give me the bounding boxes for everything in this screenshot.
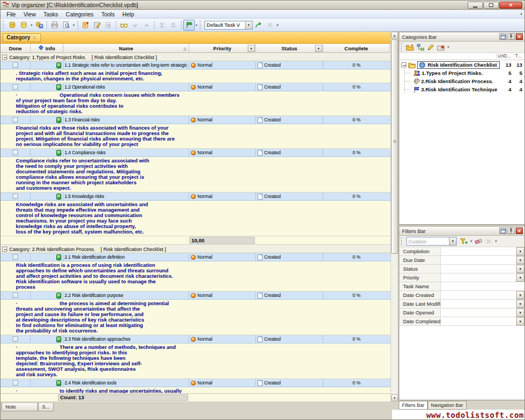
task-view-overflow-icon[interactable]: ▾ xyxy=(276,23,279,27)
toolbar-grip[interactable] xyxy=(3,21,4,29)
open-database-button[interactable] xyxy=(18,20,30,31)
filter-preset-dropdown-icon[interactable]: ▼ xyxy=(449,237,456,245)
edit-category-button[interactable] xyxy=(425,42,436,52)
group-chip-category[interactable]: Category △ xyxy=(3,33,41,42)
categories-toolbar-overflow-icon[interactable]: ▾ xyxy=(446,45,450,49)
print-preview-button[interactable] xyxy=(60,20,72,31)
new-database-button[interactable] xyxy=(7,20,18,31)
done-checkbox[interactable] xyxy=(13,380,18,386)
filter-value-priority[interactable]: ▼ xyxy=(441,273,524,282)
scrollbar-thumb[interactable] xyxy=(391,39,398,254)
group-by-bar[interactable]: Category △ xyxy=(1,32,390,44)
apply-filter-dropdown-icon[interactable]: ▾ xyxy=(469,239,473,243)
category-tree-item[interactable]: 2.Risk Identification Process.44 xyxy=(399,77,524,85)
filters-bar-close-icon[interactable]: ✕ xyxy=(516,228,523,234)
category-tree-item[interactable]: 3.Risk Identification Technique44 xyxy=(399,85,524,94)
filters-toolbar-grip[interactable] xyxy=(401,237,402,246)
new-category-button[interactable] xyxy=(405,42,415,52)
task-row[interactable]: 1.3 Financial risksNormalCreated0 % xyxy=(1,116,390,124)
apply-filter-button[interactable] xyxy=(459,236,469,246)
move-down-button[interactable] xyxy=(130,20,141,31)
status-filter-dropdown-icon[interactable]: ▼ xyxy=(315,45,322,52)
done-checkbox[interactable] xyxy=(13,293,18,298)
filter-value-date-created[interactable]: ▼ xyxy=(441,291,524,299)
show-notes-toggle-dropdown-icon[interactable]: ▾ xyxy=(195,23,199,27)
done-checkbox[interactable] xyxy=(13,194,18,199)
done-checkbox[interactable] xyxy=(13,84,18,90)
tab-filters-bar[interactable]: Filters Bar xyxy=(399,401,428,410)
menu-file[interactable]: File xyxy=(3,10,20,18)
view-notes-button[interactable] xyxy=(118,20,130,31)
category-tree-item[interactable]: Risk Identification Checklist1313 xyxy=(399,61,524,69)
column-header-done[interactable]: Done xyxy=(1,44,31,53)
task-row[interactable]: 1.5 Knowledge risksNormalCreated0 % xyxy=(1,192,390,201)
print-button[interactable] xyxy=(49,20,60,31)
filters-bar-float-icon[interactable] xyxy=(499,228,506,234)
done-checkbox[interactable] xyxy=(13,150,18,155)
apply-task-view-button[interactable] xyxy=(253,20,264,31)
move-to-bottom-button[interactable] xyxy=(156,20,168,31)
minimize-button[interactable] xyxy=(468,2,483,9)
move-up-button[interactable] xyxy=(141,20,153,31)
categories-bar-close-icon[interactable]: ✕ xyxy=(516,33,523,40)
delete-task-button[interactable] xyxy=(103,20,114,31)
filter-value-date-opened[interactable]: ▼ xyxy=(441,308,524,317)
category-row[interactable]: Category: 2.Risk Identification Process.… xyxy=(1,245,390,253)
remove-filter-button[interactable] xyxy=(483,236,494,246)
task-row[interactable]: 2.1 Risk identification definitionNormal… xyxy=(1,253,390,261)
filter-value-task-name[interactable] xyxy=(441,282,524,290)
save-database-button[interactable] xyxy=(33,20,45,31)
categories-bar-header[interactable]: Categories Bar ✕ xyxy=(399,32,524,42)
filter-value-due-date[interactable]: ▼ xyxy=(441,256,524,264)
maximize-button[interactable] xyxy=(483,2,499,9)
tab-shortcut[interactable]: S... xyxy=(38,402,54,411)
done-checkbox[interactable] xyxy=(13,117,18,122)
categories-bar-pin-icon[interactable] xyxy=(508,33,515,40)
filter-dropdown-icon[interactable]: ▼ xyxy=(516,291,524,299)
filter-dropdown-icon[interactable]: ▼ xyxy=(516,273,524,282)
filter-dropdown-icon[interactable]: ▼ xyxy=(516,300,524,308)
task-row[interactable]: 2.4 Risk identification toolsNormalCreat… xyxy=(1,379,390,387)
task-row[interactable]: 2.2 Risk identification purposeNormalCre… xyxy=(1,291,390,300)
column-header-name[interactable]: Name△ xyxy=(63,44,189,53)
category-row[interactable]: Category: 1.Types of Project Risks. [ Ri… xyxy=(1,53,390,61)
category-tree-item[interactable]: 1.Types of Project Risks.55 xyxy=(399,69,524,77)
tab-navigation-bar[interactable]: Navigation Bar xyxy=(428,401,466,410)
scroll-up-icon[interactable]: ▲ xyxy=(391,32,398,39)
show-notes-toggle-button[interactable] xyxy=(183,20,195,31)
categories-bar-float-icon[interactable] xyxy=(499,33,506,40)
new-task-button[interactable] xyxy=(80,20,91,31)
done-checkbox[interactable] xyxy=(13,254,18,260)
edit-task-button[interactable] xyxy=(91,20,103,31)
task-row[interactable]: 1.2 Operational risksNormalCreated0 % xyxy=(1,83,390,91)
task-view-combo[interactable]: Default Task V ▼ xyxy=(205,21,253,30)
filters-bar-header[interactable]: Filters Bar ✕ xyxy=(399,226,524,236)
filter-preset-combo[interactable]: Custom ▼ xyxy=(406,237,457,246)
tab-note[interactable]: Note xyxy=(2,402,38,411)
filter-dropdown-icon[interactable]: ▼ xyxy=(516,308,524,317)
menu-overflow-icon[interactable]: ▾ xyxy=(520,12,524,16)
tree-collapse-icon[interactable] xyxy=(401,62,406,67)
menu-tasks[interactable]: Tasks xyxy=(40,10,62,18)
collapse-icon[interactable] xyxy=(2,55,7,60)
filter-value-date-last-modified[interactable]: ▼ xyxy=(441,300,524,308)
filters-toolbar-overflow-icon[interactable]: ▾ xyxy=(494,239,498,243)
column-header-complete[interactable]: Complete xyxy=(323,44,390,53)
task-row[interactable]: 1.4 Compliance risksNormalCreated0 % xyxy=(1,149,390,157)
remove-task-view-button[interactable] xyxy=(264,20,276,31)
close-button[interactable]: ✕ xyxy=(499,2,522,9)
task-row[interactable]: 1.1 Strategic risks refer to uncertainti… xyxy=(1,61,390,69)
filter-value-status[interactable]: ▼ xyxy=(441,265,524,273)
menu-view[interactable]: View xyxy=(20,10,40,18)
scroll-down-icon[interactable]: ▼ xyxy=(391,394,398,401)
new-subcategory-button[interactable] xyxy=(415,42,425,52)
title-bar[interactable]: Vip organizer [C:\RiskIdentificationChec… xyxy=(1,1,524,10)
menu-tools[interactable]: Tools xyxy=(97,10,119,18)
priority-filter-dropdown-icon[interactable]: ▼ xyxy=(248,45,255,52)
clear-filter-button[interactable] xyxy=(473,236,483,246)
grid-vertical-scrollbar[interactable]: ▲ ▼ xyxy=(390,32,398,401)
filter-dropdown-icon[interactable]: ▼ xyxy=(516,247,524,255)
filter-dropdown-icon[interactable]: ▼ xyxy=(516,256,524,264)
move-to-top-button[interactable] xyxy=(168,20,179,31)
menu-categories[interactable]: Categories xyxy=(62,10,97,18)
